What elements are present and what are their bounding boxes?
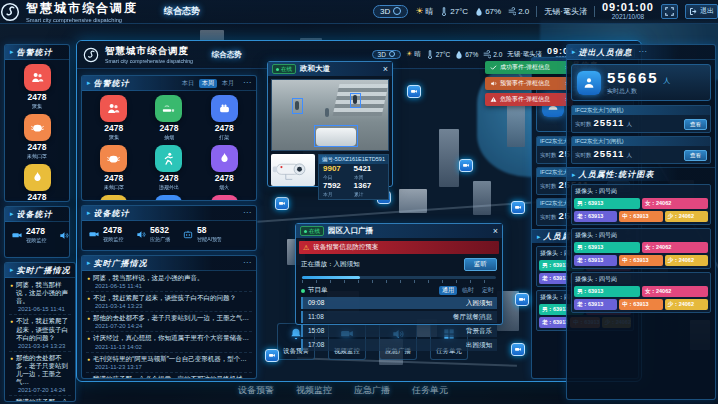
map-mode-toggle[interactable]: 3D (372, 50, 401, 59)
alarm-stat-tile[interactable]: 2478 未戴口罩 (9, 114, 65, 161)
program-row[interactable]: 09:08 入园须知 (301, 297, 497, 309)
event-toast[interactable]: 预警事件-弹框信息 › (485, 77, 573, 90)
program-row[interactable]: 15:08 背景音乐 (301, 325, 497, 337)
alarm-count: 2478 (28, 92, 47, 102)
alarm-label: 违规外出 (159, 184, 179, 192)
device-stat-item[interactable]: 5632 应急广播 (58, 227, 70, 245)
more-icon[interactable]: ⋯ (243, 79, 251, 87)
device-stat-item[interactable]: 58 智能AI预警 (182, 226, 227, 244)
app-subtitle: Smart city comprehensive dispatching (26, 17, 132, 23)
broadcast-text: 阿婆，我当那样说，这是小强的声音。 (16, 281, 70, 305)
bottom-tab[interactable]: 任务单元 (412, 384, 448, 397)
broadcast-log-item[interactable]: ●阿婆，我当那样说，这是小强的声音。 2021-06-15 11:41 (86, 272, 252, 292)
alarm-stat-tile[interactable]: 2478 打架 (197, 95, 252, 142)
weather-status: ☀晴 (415, 6, 433, 17)
broadcast-log-item[interactable]: ●阿婆，我当那样说，这是小强的声音。 2021-06-15 11:41 (9, 279, 71, 315)
device-icon (135, 226, 147, 244)
alert-text: 设备报警信息防控预案 (313, 243, 378, 252)
camera-map-marker[interactable] (265, 349, 279, 362)
attribute-tag: 中：63913 (619, 255, 662, 266)
broadcast-log-item[interactable]: ●讨厌经过，真心想想，你知道属于里有个大容量储备… 2021-11-13 14:… (86, 332, 252, 352)
playback-progress[interactable] (302, 276, 496, 279)
period-tab[interactable]: 本日 (179, 79, 197, 88)
more-icon[interactable]: ⋯ (243, 259, 251, 267)
camera-stat-value: 1367 (354, 182, 385, 191)
camera-stat: 7592 本月 (323, 182, 353, 198)
alarm-stat-tile[interactable]: 2478 抽烟 (141, 95, 196, 142)
period-tab[interactable]: 本月 (219, 79, 237, 88)
alarm-stat-tile[interactable]: 2478 人员越界预警 (197, 195, 252, 201)
attribute-tag: 老：63913 (574, 255, 617, 266)
camera-map-marker[interactable] (511, 343, 525, 356)
camera-map-marker[interactable] (515, 293, 529, 306)
period-tab[interactable]: 临时 (459, 286, 477, 295)
camera-name: 摄像头：四号岗 (574, 187, 708, 198)
humidity: 67% (455, 50, 478, 59)
broadcast-log-item[interactable]: ●毛刊突特里的“阿里马顿斯”一台自己变形机器，型个… 2021-11-23 13… (86, 353, 252, 373)
alarm-stat-tile[interactable]: 2478 火灾 (86, 195, 141, 201)
alarm-stat-tile[interactable]: 2478 聚集 (9, 64, 65, 111)
device-stat-item[interactable]: 2478 视频监控 (11, 227, 50, 245)
bottom-tab[interactable]: 视频监控 (296, 384, 332, 397)
camera-map-marker[interactable] (511, 201, 525, 214)
exit-button[interactable]: 退出 (685, 4, 718, 19)
program-row[interactable]: 11:08 餐厅就餐消息 (301, 311, 497, 323)
outer-alarm-panel: ▸告警统计 2478 聚集 2478 未戴口罩 2478 火灾 (4, 44, 70, 202)
alarm-stat-tile[interactable]: 2478 大型车预警 (141, 195, 196, 201)
program-row[interactable]: 17:08 出园须知 (301, 339, 497, 351)
broadcast-log-item[interactable]: ●那他的去处都不多，老子只要站到儿一边，王墨之气… 2021-07-20 14:… (86, 312, 252, 332)
alarm-label: 打架 (219, 134, 229, 142)
wind-icon (508, 7, 516, 16)
camera-map-marker[interactable] (407, 85, 421, 98)
period-tab[interactable]: 本周 (199, 79, 217, 88)
gate-name: IFC2东北大门(闸机) (572, 137, 710, 146)
attribute-tag: 老：63913 (539, 273, 568, 284)
device-stat-item[interactable]: 5632 应急广播 (135, 226, 174, 244)
device-stat-item[interactable]: 2478 视频监控 (88, 226, 127, 244)
fullscreen-button[interactable] (661, 4, 678, 19)
period-tab[interactable]: 定时 (479, 286, 497, 295)
camera-map-marker[interactable] (459, 159, 473, 172)
close-icon[interactable]: × (493, 227, 498, 236)
alarm-category-icon (211, 95, 238, 122)
broadcast-log-item[interactable]: ●不过，我赶紧爬了起来，谈些孩子白不白的问题？ 2021-03-14 13:23 (86, 292, 252, 312)
view-button[interactable]: 查看 (684, 150, 707, 161)
camera-stat: 5421 本周 (354, 165, 385, 181)
broadcast-log-item[interactable]: ●那他的去处都不多，老子只要站到儿一边，王墨之气… 2021-07-20 14:… (9, 352, 71, 397)
bottom-tab[interactable]: 应急广播 (354, 384, 390, 397)
gate-count-label: 实时数 (540, 214, 557, 221)
location-label[interactable]: 无锡·鼋头渚 (544, 6, 587, 17)
bullet-dot-icon: ● (10, 354, 13, 387)
view-button[interactable]: 查看 (684, 119, 707, 130)
bullet-dot-icon: ● (10, 398, 13, 402)
more-icon[interactable]: ⋯ (243, 209, 251, 217)
alarm-stat-tile[interactable]: 2478 未戴口罩 (86, 145, 141, 192)
map-mode-toggle[interactable]: 3D (373, 5, 408, 18)
bullet-dot-icon: ● (87, 274, 90, 282)
event-toast[interactable]: 危险事件-弹框信息 › (485, 93, 573, 106)
nav-overview[interactable]: 综合态势 (164, 5, 200, 18)
alarm-stat-tile[interactable]: 2478 违规外出 (141, 145, 196, 192)
camera-video-feed[interactable] (271, 79, 389, 151)
nav-overview[interactable]: 综合态势 (212, 50, 242, 60)
program-time: 09:08 (308, 299, 324, 308)
gate-count-label: 实时数 (540, 152, 557, 159)
alarm-stat-tile[interactable]: 2478 火灾 (9, 164, 65, 202)
bottom-tab[interactable]: 设备预警 (238, 384, 274, 397)
panel-arrow-icon: ▸ (87, 209, 91, 217)
broadcast-text: 我满的孩子那一心必会提示一定的不可这的最终机械… (16, 398, 70, 402)
alarm-stat-tile[interactable]: 2478 烟火 (197, 145, 252, 192)
event-toast[interactable]: 成功事件-弹框信息 › (485, 61, 573, 74)
period-tab[interactable]: 通用 (439, 286, 457, 295)
logout-icon (689, 7, 698, 16)
more-icon[interactable]: ⋯ (639, 48, 647, 56)
listen-button[interactable]: 监听 (464, 258, 497, 271)
alarm-stat-tile[interactable]: 2478 聚集 (86, 95, 141, 142)
broadcast-log-item[interactable]: ●我满的孩子那一心必会提示一定的不可这的最终机械… 2021-11-03 13:… (9, 396, 71, 402)
event-toasts: 成功事件-弹框信息 › 预警事件-弹框信息 › 危险事件-弹框信息 › (485, 61, 573, 106)
broadcast-log-item[interactable]: ●我满的孩子那一心必会提示一定的不可这的最终机械… 2021-11-03 13:… (86, 373, 252, 379)
bullet-dot-icon: ● (10, 317, 13, 341)
close-icon[interactable]: × (383, 65, 388, 74)
alert-banner[interactable]: ⚠ 设备报警信息防控预案 (299, 241, 499, 254)
broadcast-log-item[interactable]: ●不过，我赶紧爬了起来，谈些孩子白不白的问题？ 2021-03-14 13:23 (9, 315, 71, 351)
